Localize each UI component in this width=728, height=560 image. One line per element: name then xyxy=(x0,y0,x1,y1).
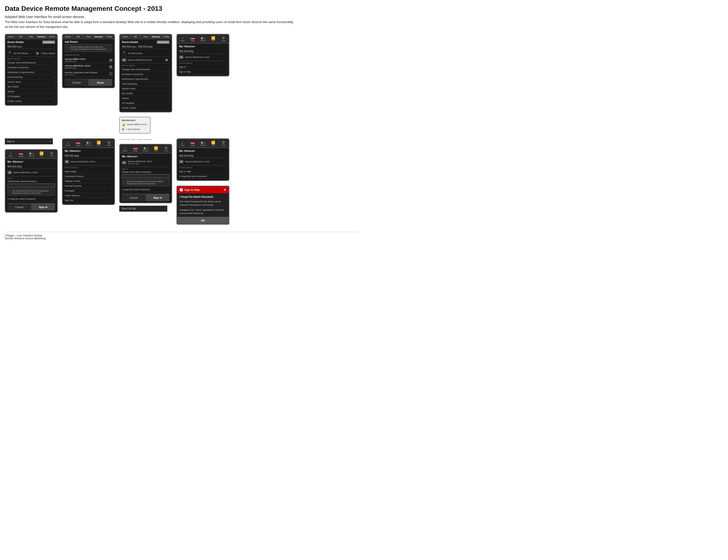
icon-nav-devices-4[interactable]: ◉ 2 Devices xyxy=(198,36,208,42)
nav-plan-3[interactable]: Plan xyxy=(141,35,151,39)
forgot-pwd-9[interactable]: I Forgot the Admin Password › xyxy=(122,187,169,192)
nav-home-2[interactable]: Home xyxy=(63,35,73,39)
nav-profile-3[interactable]: Profile xyxy=(161,35,171,39)
menu-item-8-6[interactable]: Sign Out › xyxy=(65,198,112,203)
icon-nav-home-8[interactable]: ⌂ Home xyxy=(63,140,73,147)
ok-btn[interactable]: OK xyxy=(177,217,229,224)
nav-bill-3[interactable]: Bill xyxy=(130,35,141,39)
cancel-btn-2[interactable]: Cancel xyxy=(65,79,89,86)
icon-nav-data-7[interactable]: Data Usage xyxy=(16,151,26,157)
checkbox-2[interactable]: ✓ xyxy=(109,66,112,69)
add-device-btn-3[interactable]: Add Device xyxy=(157,41,169,44)
float-add-icon[interactable]: ⊕ xyxy=(122,127,125,131)
icon-nav-wifi-7[interactable]: 📶 WiFi xyxy=(36,151,47,157)
nav-home-1[interactable]: Home xyxy=(6,35,16,39)
menu-item-1-0[interactable]: Change Voice Mail Password › xyxy=(7,60,55,65)
icon-nav-prefs-4[interactable]: ⚙ Prefs xyxy=(218,36,229,42)
menu-item-3-4[interactable]: Verizon Tones › xyxy=(122,86,169,91)
forgot-pwd-item-10[interactable]: I Forgot the Admin Password › xyxy=(179,174,227,179)
view-full-site-row[interactable]: View Full Site › xyxy=(119,206,167,212)
icon-nav-devices-9[interactable]: ◉ 2 Devices xyxy=(141,146,151,152)
menu-item-8-2[interactable]: Settings & Prefs › xyxy=(65,179,112,184)
cancel-btn-9[interactable]: Cancel xyxy=(122,194,146,201)
icon-nav-devices-7[interactable]: ◉ 2 Devices xyxy=(26,151,37,157)
icon-nav-data-4[interactable]: Data Usage xyxy=(188,36,198,42)
icon-nav-home-9[interactable]: ⌂ Home xyxy=(120,146,130,152)
add-device-btn-1[interactable]: Add Device xyxy=(42,41,55,44)
nav-home-3[interactable]: Home xyxy=(120,35,130,39)
cancel-btn-7[interactable]: Cancel xyxy=(7,204,31,211)
menu-item-1-5[interactable]: NFL Mobile › xyxy=(7,84,55,89)
icon-nav-wifi-4[interactable]: 📶 WiFi xyxy=(208,36,218,42)
nav-plan-2[interactable]: Plan xyxy=(83,35,94,39)
icon-nav-wifi-9[interactable]: 📶 WiFi xyxy=(151,146,161,152)
menu-item-8-0[interactable]: Data Usage › xyxy=(65,169,112,174)
password-input-9[interactable] xyxy=(122,174,169,178)
icon-nav-data-10[interactable]: Data Usage xyxy=(188,140,198,147)
menu-item-4-0[interactable]: Sign In › xyxy=(179,65,227,69)
menu-item-4-1[interactable]: Sign In Help › xyxy=(179,69,227,74)
menu-item-8-4[interactable]: Messages › xyxy=(65,188,112,193)
menu-item-3-8[interactable]: Family Locator › xyxy=(122,106,169,110)
menu-item-3-6[interactable]: Games › xyxy=(122,96,169,101)
nav-devices-3[interactable]: Devices xyxy=(151,35,161,39)
menu-item-3-1[interactable]: Purchase Accessories › xyxy=(122,72,169,77)
menu-item-3-7[interactable]: VZ Navigator › xyxy=(122,101,169,106)
icon-nav-wifi-8[interactable]: 📶 WiFi xyxy=(94,140,104,147)
sign-in-menu-standalone[interactable]: Sign In > xyxy=(5,138,53,144)
device-check-2[interactable]: Verizon-MiFiS510L-XXXX 908-559-defg ✓ xyxy=(65,64,112,70)
icon-nav-home-10[interactable]: ⌂ Home xyxy=(177,140,188,147)
menu-item-1-1[interactable]: Purchase Accessories › xyxy=(7,65,55,70)
menu-item-3-5[interactable]: NFL Mobile › xyxy=(122,91,169,96)
menu-item-1-2[interactable]: Workshops & Appointments › xyxy=(7,70,55,75)
icon-nav-data-9[interactable]: Data Usage xyxy=(130,146,141,152)
forgot-pwd-7[interactable]: I Forgot the Admin Password › xyxy=(7,197,55,201)
icon-nav-devices-8[interactable]: ◉ 2 Devices xyxy=(83,140,94,147)
checkbox-1[interactable]: ✓ xyxy=(109,59,112,62)
nav-devices-2[interactable]: Devices xyxy=(94,35,104,39)
icon-nav-prefs-7[interactable]: ⚙ Prefs xyxy=(47,151,57,157)
chevron-1-5: › xyxy=(54,85,55,88)
float-add-link[interactable]: + Add a Device xyxy=(126,128,140,131)
icon-nav-home-7[interactable]: ⌂ Home xyxy=(6,151,16,157)
menu-item-8-5[interactable]: About <Device> › xyxy=(65,193,112,198)
menu-item-8-3[interactable]: Parental Controls › xyxy=(65,184,112,188)
nav-devices-1[interactable]: Devices xyxy=(37,35,47,39)
nav-profile-1[interactable]: Profile xyxy=(47,35,57,39)
device-check-3[interactable]: Vechicle Diagnostics with Hotspot 908-55… xyxy=(65,70,112,77)
device-check-1[interactable]: Verizon-BBRV-XXXX 908-559-0brd ✓ xyxy=(65,57,112,64)
icon-nav-devices-10[interactable]: ◉ 2 Devices xyxy=(198,140,208,147)
menu-item-3-0[interactable]: Change Voice Mail Password › xyxy=(122,67,169,72)
password-input-7[interactable] xyxy=(7,184,55,187)
error-icon-9: ⚠ xyxy=(123,181,126,185)
icon-nav-home-4[interactable]: ⌂ Home xyxy=(177,36,188,42)
wifi-icon-10: 📶 xyxy=(208,141,218,144)
checkbox-3[interactable] xyxy=(109,72,112,75)
menu-item-8-1[interactable]: Connected Devices › xyxy=(65,174,112,179)
nav-profile-2[interactable]: Profile xyxy=(104,35,114,39)
icon-nav-data-8[interactable]: Data Usage xyxy=(73,140,83,147)
done-btn-2[interactable]: Done xyxy=(89,79,113,86)
add-icon-1[interactable]: ⊕ xyxy=(36,51,39,56)
signin-btn-9[interactable]: Sign In xyxy=(146,194,170,201)
menu-item-1-6[interactable]: Games › xyxy=(7,89,55,94)
nav-plan-1[interactable]: Plan xyxy=(26,35,37,39)
icon-nav-wifi-10[interactable]: 📶 WiFi xyxy=(208,140,218,147)
menu-item-1-4[interactable]: Verizon Tones › xyxy=(7,80,55,84)
signin-help-item-10[interactable]: Sign In Help › xyxy=(179,169,227,174)
menu-item-1-3[interactable]: Call Forwarding › xyxy=(7,75,55,80)
menu-item-3-2[interactable]: Workshops & Appointments › xyxy=(122,77,169,81)
icon-nav-prefs-8[interactable]: ⚙ Prefs xyxy=(104,140,114,147)
nav-bill-2[interactable]: Bill xyxy=(73,35,83,39)
menu-item-1-8[interactable]: Family Locator › xyxy=(7,99,55,104)
menu-item-1-7[interactable]: VZ Navigator › xyxy=(7,94,55,99)
icon-nav-prefs-9[interactable]: ⚙ Prefs xyxy=(161,146,171,152)
nav-bill-1[interactable]: Bill xyxy=(16,35,26,39)
add-device-link-1[interactable]: + Add a Device xyxy=(40,52,55,55)
menu-item-3-3[interactable]: Call Forwarding › xyxy=(122,81,169,86)
add-icon-3[interactable]: ⊕ xyxy=(165,58,168,62)
modal-close-btn[interactable]: ✕ xyxy=(223,188,226,192)
signin-btn-7[interactable]: Sign In xyxy=(31,204,55,211)
chevron-8-0: › xyxy=(112,170,112,173)
icon-nav-prefs-10[interactable]: ⚙ Prefs xyxy=(218,140,229,147)
